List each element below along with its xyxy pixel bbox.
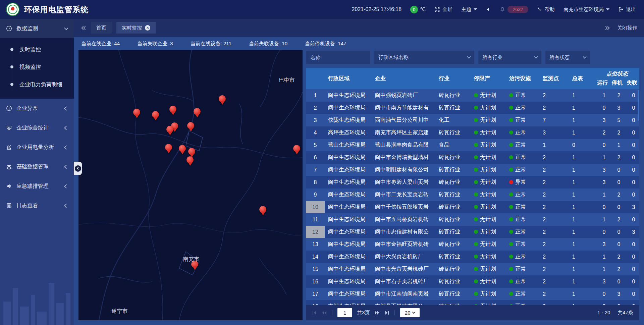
help-button[interactable]: 帮助 [537, 6, 555, 13]
industry-select[interactable]: 所有行业 [478, 50, 542, 64]
table-row[interactable]: 16阆中生态环境局阆中市石子页岩机砖厂砖瓦行业无计划正常21300 [306, 275, 639, 288]
table-row[interactable]: 10阆中生态环境局阆中千佛镇五郎垭页岩砖瓦行业无计划正常21003 [306, 201, 639, 213]
cell-running: 3 [595, 167, 610, 173]
cell-total-meter: 1 [569, 192, 595, 198]
table-row[interactable]: 6阆中生态环境局阆中市金博瑞新型墙材砖瓦行业无计划正常21120 [306, 151, 639, 164]
sidebar-item-label: 日志查看 [16, 202, 38, 209]
filter-bar: 行政区域名称 所有行业 所有状态 [306, 50, 639, 64]
fullscreen-button[interactable]: 全屏 [434, 6, 452, 13]
table-row[interactable]: 17阆中生态环境局阆中市江南镇阆南页岩砖瓦行业无计划正常21030 [306, 288, 639, 300]
table-row[interactable]: 2阆中生态环境局阆中市南方节能建材有砖瓦行业无计划正常21030 [306, 102, 639, 114]
total-pages-label: 共3页 [357, 310, 370, 316]
sidebar-subitem[interactable]: 企业电力负荷明细 [0, 76, 74, 93]
cell-stop-production: 无计划 [471, 154, 506, 161]
location-pin-icon[interactable] [259, 206, 267, 216]
close-icon[interactable]: ✕ [145, 25, 150, 31]
cell-total-meter: 1 [569, 291, 595, 297]
table-row[interactable]: 11阆中生态环境局阆中市五马桥页岩机砖砖瓦行业无计划正常21120 [306, 213, 639, 226]
bell-icon [500, 7, 505, 12]
page-size-select[interactable]: 20 [400, 308, 420, 317]
next-page-button[interactable] [375, 310, 380, 315]
location-pin-icon[interactable] [187, 122, 195, 132]
mute-button[interactable] [486, 7, 491, 12]
previous-page-button[interactable] [322, 310, 327, 315]
location-pin-icon[interactable] [219, 95, 226, 106]
tab-realtime-monitor[interactable]: 实时监控 ✕ [116, 22, 156, 34]
stat-item: 当前停机设备: 147 [305, 41, 346, 47]
tabs-scroll-left-icon[interactable] [80, 25, 86, 31]
tab-home[interactable]: 首页 [91, 22, 112, 34]
location-pin-icon[interactable] [165, 144, 172, 154]
location-pin-icon[interactable] [293, 145, 301, 155]
sidebar-subitem[interactable]: 实时监控 [0, 41, 74, 58]
cell-company: 阆中市枣碧大梁山页岩 [372, 179, 435, 186]
status-dot-icon [474, 205, 478, 209]
cell-stopped: 0 [610, 279, 625, 285]
cell-total-meter: 1 [569, 155, 595, 161]
location-pin-icon[interactable] [179, 145, 186, 155]
table-row[interactable]: 13阆中生态环境局阆中市金福旺页岩机砖砖瓦行业无计划正常21300 [306, 238, 639, 251]
status-dot-icon [509, 93, 513, 97]
status-dot-icon [474, 143, 478, 147]
table-row[interactable]: 3仪陇生态环境局西南油气田分公司川中化工无计划正常71350 [306, 114, 639, 126]
location-pin-icon[interactable] [169, 106, 177, 116]
sidebar-item-emergency-mgmt[interactable]: 应急减排管理 [0, 176, 74, 196]
sidebar-collapse-button[interactable] [74, 162, 82, 175]
location-pin-icon[interactable] [152, 111, 159, 121]
table-row[interactable]: 5营山生态环境局营山县润丰肉食品有限食品无计划正常10010 [306, 139, 639, 151]
cell-disconnected: 0 [625, 241, 639, 248]
sidebar-item-power-analysis[interactable]: 企业用电量分析 [0, 138, 74, 157]
table-row[interactable]: 7阆中生态环境局阆中明阳建材有限公司砖瓦行业无计划正常21300 [306, 164, 639, 176]
status-dot-icon [509, 130, 513, 134]
cell-stop-production: 无计划 [471, 92, 506, 99]
status-dot-icon [474, 180, 478, 184]
table-row[interactable]: 1阆中生态环境局阆中强锐页岩砖厂砖瓦行业无计划正常21120 [306, 89, 639, 102]
cell-disconnected: 0 [625, 167, 639, 173]
page-number-input[interactable] [337, 308, 352, 317]
name-search-input[interactable] [306, 50, 371, 64]
cell-region: 阆中生态环境局 [325, 179, 372, 186]
tabs-scroll-right-icon[interactable] [605, 25, 610, 31]
sidebar-item-enterprise-stats[interactable]: 企业综合统计 [0, 118, 74, 138]
notification-button[interactable]: 2632 [500, 6, 528, 13]
status-dot-icon [474, 255, 478, 259]
sidebar-item-label: 基础数据管理 [16, 163, 49, 170]
layers-icon [6, 164, 12, 170]
sidebar-subitem[interactable]: 视频监控 [0, 58, 74, 76]
chevron-down-icon [474, 8, 477, 10]
location-pin-icon[interactable] [133, 109, 141, 119]
cell-company: 阆中大兴页岩机砖厂 [372, 253, 435, 260]
stats-bar: 当前在线企业: 44当前失联企业: 3当前在线设备: 211当前失联设备: 10… [78, 37, 639, 50]
row-index: 16 [306, 275, 325, 288]
last-page-button[interactable] [384, 310, 389, 315]
table-row[interactable]: 12阆中生态环境局阆中市忠信建材有限公砖瓦行业无计划正常21003 [306, 226, 639, 238]
cell-region: 阆中生态环境局 [325, 191, 372, 198]
location-pin-icon[interactable] [166, 126, 174, 136]
location-pin-icon[interactable] [194, 108, 201, 118]
cell-total-meter: 1 [569, 204, 595, 210]
close-operations-button[interactable]: 关闭操作 [617, 25, 637, 31]
sidebar-item-log-view[interactable]: 日志查看 [0, 196, 74, 215]
first-page-button[interactable] [312, 310, 317, 315]
cell-pollution-facility: 正常 [506, 278, 539, 285]
map[interactable]: 巴中市南充市遂宁市 [78, 50, 303, 320]
table-row[interactable]: 4高坪生态环境局南充市高坪区王家店建砖瓦行业无计划正常31220 [306, 126, 639, 139]
cell-monitor-points: 2 [539, 241, 569, 248]
table-row[interactable]: 14阆中生态环境局阆中大兴页岩机砖厂砖瓦行业无计划正常21120 [306, 251, 639, 263]
table-scrollbar[interactable] [638, 90, 639, 121]
location-pin-icon[interactable] [186, 156, 194, 167]
logout-button[interactable]: 退出 [618, 6, 636, 13]
table-row[interactable]: 9阆中生态环境局阆中市二龙长宝页岩砖砖瓦行业无计划正常21120 [306, 188, 639, 201]
sidebar-item-enterprise-abnormal[interactable]: 企业异常 [0, 99, 74, 118]
sidebar-item-base-data[interactable]: 基础数据管理 [0, 157, 74, 176]
table-row[interactable]: 15阆中生态环境局阆中市光富页岩机砖厂砖瓦行业无计划正常21120 [306, 263, 639, 275]
status-select[interactable]: 所有状态 [545, 50, 590, 64]
table-row[interactable]: 8阆中生态环境局阆中市枣碧大梁山页岩砖瓦行业无计划异常21300 [306, 176, 639, 188]
status-dot-icon [509, 230, 513, 234]
cell-pollution-facility: 正常 [506, 129, 539, 136]
cell-stop-production: 无计划 [471, 228, 506, 235]
region-select[interactable]: 行政区域名称 [374, 50, 475, 64]
sidebar-item-data-monitor[interactable]: 数据监测 [0, 19, 74, 38]
theme-menu[interactable]: 主题 [461, 6, 477, 13]
org-menu[interactable]: 南充市生态环境局 [564, 6, 609, 13]
